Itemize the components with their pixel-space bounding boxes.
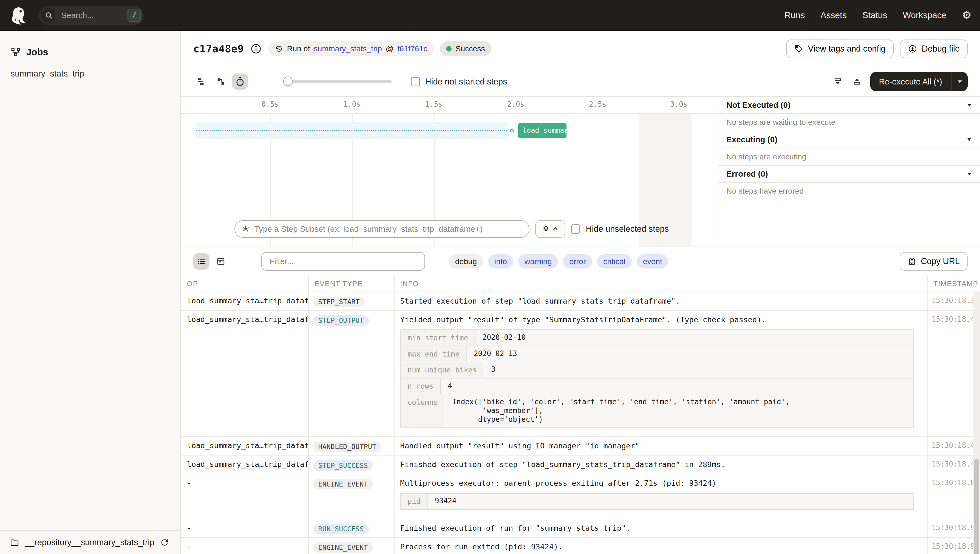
log-row[interactable]: load_summary_sta…trip_dataframe STEP_SUC… xyxy=(181,455,980,474)
log-row[interactable]: load_summary_sta…trip_dataframe HANDLED_… xyxy=(181,437,980,455)
timestamp: 15:30:18.895 xyxy=(927,474,980,518)
reexecute-dropdown-caret[interactable] xyxy=(951,72,968,91)
level-chip-critical[interactable]: critical xyxy=(597,254,632,269)
level-chip-debug[interactable]: debug xyxy=(449,254,483,269)
run-status-badge: Success xyxy=(440,41,492,56)
reload-repository-icon[interactable] xyxy=(160,538,169,547)
gantt-timed-view-icon[interactable] xyxy=(232,73,248,90)
log-row[interactable]: - ENGINE_EVENT Process for run exited (p… xyxy=(181,538,980,554)
jobs-hierarchy-icon xyxy=(11,47,21,57)
level-chip-event[interactable]: event xyxy=(637,254,668,269)
event-type-chip: STEP_OUTPUT xyxy=(313,315,369,326)
level-chip-warning[interactable]: warning xyxy=(518,254,558,269)
step-subset-input-wrap xyxy=(234,220,530,238)
snapshot-link[interactable]: f61f761c xyxy=(397,44,427,53)
nav-workspace[interactable]: Workspace xyxy=(903,10,946,20)
chevron-down-icon xyxy=(967,171,972,177)
debug-file-button[interactable]: Debug file xyxy=(900,40,968,58)
axis-tick: 1.0s xyxy=(343,100,361,108)
op-selector-icon xyxy=(241,224,250,233)
dagster-logo-icon[interactable] xyxy=(9,6,27,25)
hide-unselected-checkbox[interactable] xyxy=(571,224,580,234)
axis-tick: 2.0s xyxy=(507,100,524,108)
search-placeholder: Search... xyxy=(61,11,127,20)
run-header: c17a48e9 Run of summary_stats_trip @ f61… xyxy=(181,31,980,67)
panel-section-errored[interactable]: Errored (0) xyxy=(718,166,980,183)
nav-runs[interactable]: Runs xyxy=(784,10,805,20)
scrollbar-thumb[interactable] xyxy=(974,459,979,554)
log-list-view-icon[interactable] xyxy=(193,253,210,269)
log-row[interactable]: - ENGINE_EVENT Multiprocess executor: pa… xyxy=(181,474,980,519)
reexecute-all-button[interactable]: Re-execute All (*) xyxy=(870,72,951,91)
run-of-prefix: Run of xyxy=(287,44,310,53)
panel-empty-message: No steps are waiting to execute xyxy=(718,114,980,131)
timestamp: 15:30:18.427 xyxy=(927,311,980,436)
gantt-step-chip[interactable]: load_summary_stats_trip_dataframe xyxy=(518,123,566,138)
step-status-panel: Not Executed (0) No steps are waiting to… xyxy=(718,97,980,246)
step-start-marker-icon xyxy=(510,129,514,133)
axis-tick: 1.5s xyxy=(425,100,442,108)
event-log-table: OP EVENT TYPE INFO TIMESTAMP load_summar… xyxy=(181,275,980,554)
step-subset-input[interactable] xyxy=(255,224,523,234)
subset-apply-button[interactable] xyxy=(535,220,565,238)
step-wait-region xyxy=(196,122,508,140)
col-op: OP xyxy=(181,279,308,288)
chevron-down-icon xyxy=(967,102,972,108)
event-type-chip: ENGINE_EVENT xyxy=(313,543,373,553)
view-tags-config-button[interactable]: View tags and config xyxy=(786,40,894,58)
copy-url-button[interactable]: Copy URL xyxy=(900,252,968,271)
panel-section-not-executed[interactable]: Not Executed (0) xyxy=(718,97,980,114)
gantt-section: 0.5s 1.0s 1.5s 2.0s 2.5s 3.0s load_summa… xyxy=(181,97,980,247)
log-row[interactable]: - RUN_SUCCESS Finished execution of run … xyxy=(181,519,980,538)
gantt-toolbar: Hide not started steps Re-execute All (*… xyxy=(181,67,980,97)
timestamp: 15:30:18.925 xyxy=(927,538,980,554)
log-filter-input[interactable] xyxy=(261,252,425,271)
event-type-chip: RUN_SUCCESS xyxy=(313,524,369,534)
axis-tick: 3.0s xyxy=(670,100,687,108)
search-icon xyxy=(41,8,56,23)
panel-section-executing[interactable]: Executing (0) xyxy=(718,131,980,148)
col-event-type: EVENT TYPE xyxy=(308,279,394,288)
download-debug-icon xyxy=(908,44,917,54)
run-status-label: Success xyxy=(455,44,485,53)
chevron-down-icon xyxy=(967,137,972,142)
gantt-chart[interactable]: 0.5s 1.0s 1.5s 2.0s 2.5s 3.0s load_summa… xyxy=(181,97,718,246)
timestamp: 15:30:18.904 xyxy=(927,519,980,537)
nav-assets[interactable]: Assets xyxy=(821,10,847,20)
sidebar-item-summary-stats-trip[interactable]: summary_stats_trip xyxy=(0,57,180,79)
level-chip-info[interactable]: info xyxy=(488,254,513,269)
slider-knob[interactable] xyxy=(283,76,293,86)
engine-metadata-table: pid93424 xyxy=(400,493,914,510)
log-structured-view-icon[interactable] xyxy=(213,253,229,269)
sidebar-section-title: Jobs xyxy=(26,47,48,57)
log-toolbar: debug info warning error critical event … xyxy=(181,247,980,276)
repository-footer: __repository__summary_stats_trip xyxy=(0,530,180,554)
level-chip-error[interactable]: error xyxy=(563,254,592,269)
search-shortcut-key: / xyxy=(127,9,141,22)
global-search[interactable]: Search... / xyxy=(39,6,144,25)
axis-divider xyxy=(181,113,718,114)
tag-icon xyxy=(794,44,803,54)
panel-empty-message: No steps have errored xyxy=(718,183,980,200)
gantt-flat-view-icon[interactable] xyxy=(193,73,210,90)
repository-name: __repository__summary_stats_trip xyxy=(25,538,154,548)
settings-gear-icon[interactable]: ⚙ xyxy=(962,10,972,21)
axis-tick: 2.5s xyxy=(589,100,606,108)
collapse-down-icon[interactable] xyxy=(829,73,846,90)
hide-not-started-checkbox[interactable] xyxy=(411,77,420,86)
nav-status[interactable]: Status xyxy=(862,10,887,20)
job-link[interactable]: summary_stats_trip xyxy=(314,44,382,53)
log-scrollbar[interactable] xyxy=(973,292,980,554)
run-info-icon[interactable] xyxy=(250,43,262,54)
folder-icon xyxy=(10,538,19,547)
history-icon xyxy=(274,45,283,53)
gantt-waterfall-view-icon[interactable] xyxy=(213,73,229,90)
expand-up-icon[interactable] xyxy=(849,73,865,90)
run-of-tag: Run of summary_stats_trip @ f61f761c xyxy=(268,41,434,56)
log-row[interactable]: load_summary_sta…trip_dataframe STEP_STA… xyxy=(181,292,980,311)
event-type-chip: STEP_SUCCESS xyxy=(313,460,373,471)
gantt-zoom-slider[interactable] xyxy=(284,80,392,83)
log-table-header: OP EVENT TYPE INFO TIMESTAMP xyxy=(181,275,980,292)
log-row[interactable]: load_summary_sta…trip_dataframe STEP_OUT… xyxy=(181,311,980,437)
left-sidebar: Jobs summary_stats_trip __repository__su… xyxy=(0,31,181,554)
